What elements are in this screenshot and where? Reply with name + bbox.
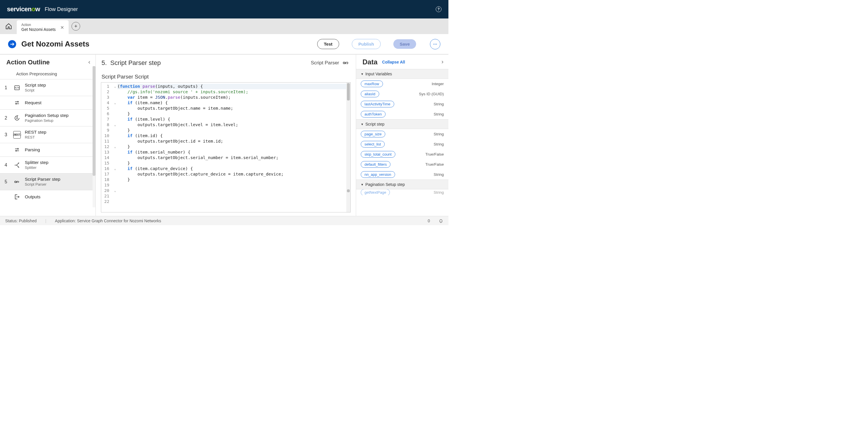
data-body: ▼ Input VariablesmaxRowIntegeraliasIdSys…	[356, 69, 448, 216]
data-variable-row[interactable]: select_listString	[356, 139, 448, 149]
code-editor[interactable]: 12345678910111213141516171819202122 ⌄⌄⌄⌄…	[101, 82, 351, 212]
svg-point-3	[343, 62, 345, 64]
tab-type-label: Action	[21, 23, 56, 27]
data-variable-row[interactable]: nn_app_versionString	[356, 169, 448, 179]
rest-icon: {REST}	[13, 131, 21, 139]
collapse-all-link[interactable]: Collapse All	[382, 60, 405, 64]
save-button[interactable]: Save	[393, 39, 416, 49]
chevron-right-icon[interactable]	[440, 60, 444, 64]
variable-pill[interactable]: maxRow	[361, 81, 383, 87]
editor-type: Script Parser	[311, 59, 350, 66]
swap-icon	[13, 99, 21, 107]
action-outline-panel: Action Outline Action Preprocessing 1 Sc…	[0, 55, 96, 216]
variable-pill[interactable]: authToken	[361, 111, 385, 117]
variable-type: String	[434, 172, 444, 177]
more-button[interactable]: ⋯	[430, 39, 440, 49]
data-variable-row[interactable]: aliasIdSys ID (GUID)	[356, 89, 448, 99]
code-scrollbar-thumb[interactable]	[347, 83, 350, 100]
splitter-icon	[13, 162, 21, 169]
data-variable-row[interactable]: maxRowInteger	[356, 79, 448, 89]
page-title: Get Nozomi Assets	[21, 39, 89, 49]
step-title: Splitter step	[25, 160, 49, 165]
outline-parsing[interactable]: Parsing	[0, 143, 95, 157]
variable-type: String	[434, 132, 444, 136]
variable-type: String	[434, 142, 444, 146]
back-icon[interactable]	[8, 40, 16, 48]
help-icon[interactable]: ?	[436, 6, 441, 12]
outline-request[interactable]: Request	[0, 96, 95, 110]
variable-type: String	[434, 190, 444, 195]
outputs-icon	[13, 193, 21, 201]
step-number: 3	[5, 132, 9, 137]
collapse-outline-icon[interactable]	[87, 60, 91, 64]
data-panel: Data Collapse All ▼ Input VariablesmaxRo…	[356, 55, 448, 216]
status-bar: Status: Published | Application: Service…	[0, 216, 448, 225]
outline-step-2[interactable]: 2 Pagination Setup step Pagination Setup	[0, 110, 95, 126]
variable-pill[interactable]: page_size	[361, 131, 385, 137]
home-button[interactable]	[3, 21, 14, 31]
code-area[interactable]: (function parse(inputs, outputs) { //gs.…	[117, 83, 350, 212]
publish-button[interactable]: Publish	[352, 39, 381, 49]
step-title: Script Parser step	[25, 176, 60, 182]
editor-title: 5. Script Parser step	[101, 59, 161, 67]
test-button[interactable]: Test	[317, 39, 339, 49]
step-subtitle: Splitter	[25, 165, 49, 170]
close-tab-icon[interactable]: ✕	[60, 25, 64, 30]
data-section-title: Script step	[365, 122, 384, 126]
tab-strip: Action Get Nozomi Assets ✕ +	[0, 19, 448, 34]
triangle-down-icon: ▼	[361, 183, 364, 186]
data-variable-row[interactable]: page_sizeString	[356, 129, 448, 139]
outline-scrollbar-track	[93, 66, 95, 207]
variable-pill[interactable]: aliasId	[361, 91, 379, 97]
code-scrollbar-marker	[347, 190, 350, 192]
tab-title-label: Get Nozomi Assets	[21, 27, 56, 32]
svg-point-1	[17, 117, 18, 118]
step-number: 5	[5, 179, 9, 184]
status-application: Application: Service Graph Connector for…	[55, 219, 161, 223]
brand-part: n	[28, 5, 31, 13]
editor-step-number: 5.	[101, 59, 107, 66]
brand-part: w	[35, 5, 40, 13]
editor-panel: 5. Script Parser step Script Parser Scri…	[96, 55, 356, 216]
outline-step-1[interactable]: 1 Script step Script	[0, 79, 95, 96]
step-subtitle: Script	[25, 88, 46, 93]
variable-pill[interactable]: default_filters	[361, 161, 391, 168]
variable-pill[interactable]: getNextPage	[361, 190, 390, 195]
data-variable-row[interactable]: default_filtersTrue/False	[356, 160, 448, 169]
script-parser-icon	[13, 178, 21, 185]
data-variable-row[interactable]: lastActivityTimeString	[356, 99, 448, 109]
outline-title: Action Outline	[6, 59, 50, 66]
outline-outputs[interactable]: Outputs	[0, 190, 95, 203]
variable-pill[interactable]: nn_app_version	[361, 171, 395, 178]
main-area: Action Outline Action Preprocessing 1 Sc…	[0, 54, 448, 216]
data-variable-row[interactable]: skip_total_countTrue/False	[356, 149, 448, 160]
step-number: 1	[5, 85, 9, 90]
brand-part: o	[31, 5, 35, 13]
variable-pill[interactable]: lastActivityTime	[361, 101, 394, 107]
app-name: Flow Designer	[45, 6, 78, 12]
step-subtitle: Pagination Setup	[25, 118, 69, 123]
step-title: Request	[25, 100, 41, 106]
outline-step-4[interactable]: 4 Splitter step Splitter	[0, 157, 95, 173]
variable-type: String	[434, 102, 444, 106]
outline-step-3[interactable]: 3 {REST} REST step REST	[0, 126, 95, 143]
bell-icon[interactable]	[439, 219, 443, 223]
step-title: Pagination Setup step	[25, 113, 69, 118]
variable-type: Sys ID (GUID)	[419, 92, 444, 96]
variable-pill[interactable]: select_list	[361, 141, 385, 147]
script-step-icon	[13, 84, 21, 91]
outline-step-5[interactable]: 5 Script Parser step Script Parser	[0, 173, 95, 190]
data-section-header[interactable]: ▼ Input Variables	[356, 69, 448, 79]
data-section-header[interactable]: ▼ Script step	[356, 119, 448, 129]
data-variable-row[interactable]: authTokenString	[356, 109, 448, 119]
data-section-header[interactable]: ▼ Pagination Setup step	[356, 179, 448, 190]
data-variable-row[interactable]: getNextPageString	[356, 190, 448, 195]
step-title: Script step	[25, 82, 46, 88]
variable-type: True/False	[425, 162, 444, 167]
tab-action[interactable]: Action Get Nozomi Assets ✕	[17, 20, 69, 34]
outline-scrollbar-thumb[interactable]	[93, 66, 95, 176]
outline-truncated[interactable]: Action Preprocessing	[0, 70, 95, 79]
variable-pill[interactable]: skip_total_count	[361, 151, 395, 157]
add-tab-button[interactable]: +	[71, 22, 80, 31]
variable-type: True/False	[425, 152, 444, 156]
